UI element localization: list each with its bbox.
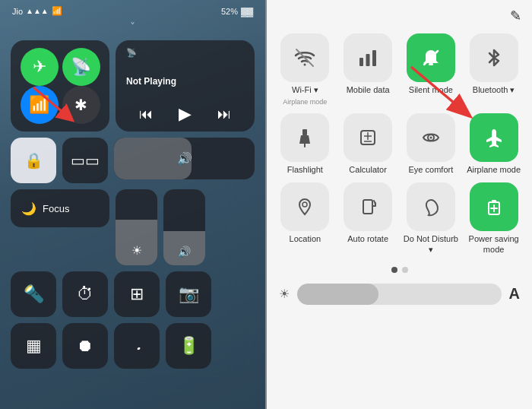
svg-rect-6 xyxy=(372,50,376,66)
location-label: Location xyxy=(290,234,321,244)
play-pause-btn[interactable]: ▶ xyxy=(179,104,192,124)
dnd-tile-icon xyxy=(407,182,455,231)
tile-airplane-mode[interactable]: Airplane mode xyxy=(466,113,521,175)
pull-down-indicator: ˅ xyxy=(0,19,265,36)
brightness-sun-icon: ☀ xyxy=(279,287,290,301)
tile-power-saving[interactable]: Power saving mode xyxy=(466,182,521,254)
left-col: 🌙 Focus xyxy=(11,189,109,265)
auto-rotate-tile-icon xyxy=(344,182,392,231)
dot-2 xyxy=(402,267,408,273)
focus-btn[interactable]: 🌙 Focus xyxy=(11,189,109,227)
svg-point-2 xyxy=(304,64,306,66)
right-top-bar: ✎ xyxy=(267,0,532,27)
tile-mobile-data[interactable]: Mobile data xyxy=(340,33,396,106)
power-saving-tile-icon xyxy=(470,182,518,231)
airplay-icon: 📡 xyxy=(126,48,137,58)
timer-btn[interactable]: ⏱ xyxy=(62,271,108,317)
eye-comfort-tile-icon xyxy=(407,113,455,162)
status-right: 52% ▓▓ xyxy=(221,7,253,16)
mobile-data-label: Mobile data xyxy=(347,85,390,95)
screen-lock-btn[interactable]: 🔒 xyxy=(11,138,56,183)
ios-control-center: Jio ▲▲▲ 📶 52% ▓▓ ˅ xyxy=(0,0,265,409)
cellular-btn[interactable]: 📡 xyxy=(62,48,100,86)
airplane-mode-tile-icon xyxy=(470,113,518,162)
status-left: Jio ▲▲▲ 📶 xyxy=(12,6,62,16)
tile-dnd[interactable]: Do Not Disturb ▾ xyxy=(404,182,459,254)
brightness-slider[interactable]: ☀ xyxy=(116,189,157,265)
mobile-data-tile-icon xyxy=(344,33,392,82)
music-source: 📡 xyxy=(126,48,244,58)
record-btn[interactable]: ⏺ xyxy=(62,323,108,369)
tile-auto-rotate[interactable]: Auto rotate xyxy=(340,182,396,254)
bluetooth-label: Bluetooth ▾ xyxy=(473,85,515,95)
control-center-content: ✈ 📡 📶 ✱ 📡 Not Playing ⏮ xyxy=(0,36,265,373)
svg-rect-18 xyxy=(363,200,372,214)
next-track-btn[interactable]: ⏭ xyxy=(217,106,231,122)
wifi-tile-icon xyxy=(280,33,329,82)
bluetooth-tile-icon xyxy=(470,33,518,82)
shazam-btn[interactable]: 𝅘 xyxy=(114,323,160,369)
brightness-icon: ☀ xyxy=(131,243,142,258)
qr-btn[interactable]: ▦ xyxy=(11,323,56,369)
flashlight-label: Flashlight xyxy=(287,165,323,175)
carrier-text: Jio xyxy=(12,7,23,16)
prev-track-btn[interactable]: ⏮ xyxy=(139,106,153,122)
svg-rect-4 xyxy=(359,58,363,66)
wifi-btn[interactable]: 📶 xyxy=(21,86,59,124)
wifi-sublabel: Airplane mode xyxy=(283,98,327,106)
silent-mode-tile-icon xyxy=(407,33,455,82)
middle-row: 🌙 Focus ☀ 🔊 xyxy=(11,189,255,265)
wifi-label: Wi-Fi ▾ xyxy=(292,85,318,95)
signal-icon: ▲▲▲ xyxy=(26,7,49,15)
tile-eye-comfort[interactable]: Eye comfort xyxy=(404,113,459,175)
tile-calculator[interactable]: Calculator xyxy=(340,113,396,175)
flashlight-tile-icon xyxy=(280,113,329,162)
brightness-track[interactable] xyxy=(297,284,502,305)
page-indicator xyxy=(267,261,532,279)
status-bar: Jio ▲▲▲ 📶 52% ▓▓ xyxy=(0,0,265,19)
text-size-label[interactable]: A xyxy=(509,285,520,303)
auto-rotate-label: Auto rotate xyxy=(347,234,388,244)
svg-rect-7 xyxy=(429,63,433,65)
android-tiles-grid: Wi-Fi ▾ Airplane mode Mobile data xyxy=(267,27,532,261)
tile-bluetooth[interactable]: Bluetooth ▾ xyxy=(466,33,521,106)
volume-vertical-slider[interactable]: 🔊 xyxy=(163,189,205,265)
tile-wifi[interactable]: Wi-Fi ▾ Airplane mode xyxy=(277,33,333,106)
android-control-center: ✎ Wi-Fi ▾ Airplane mode xyxy=(267,0,532,409)
airplane-mode-btn[interactable]: ✈ xyxy=(21,48,59,86)
dnd-label: Do Not Disturb ▾ xyxy=(404,234,459,254)
camera-btn[interactable]: 📷 xyxy=(166,271,211,317)
tile-location[interactable]: Location xyxy=(277,182,333,254)
location-tile-icon xyxy=(280,182,329,231)
music-title: Not Playing xyxy=(126,76,244,87)
moon-icon: 🌙 xyxy=(21,201,36,216)
calculator-label: Calculator xyxy=(349,165,387,175)
brightness-bar: ☀ A xyxy=(267,279,532,309)
focus-label: Focus xyxy=(43,203,69,214)
tile-silent-mode[interactable]: Silent mode xyxy=(404,33,459,106)
tile-flashlight[interactable]: Flashlight xyxy=(277,113,333,175)
silent-mode-label: Silent mode xyxy=(409,85,453,95)
music-controls: ⏮ ▶ ⏭ xyxy=(126,104,244,124)
top-row: ✈ 📡 📶 ✱ 📡 Not Playing ⏮ xyxy=(11,40,255,132)
volume-slider-icon: 🔊 xyxy=(177,151,192,166)
battery-icon: ▓▓ xyxy=(241,7,253,16)
brightness-track-fill xyxy=(297,284,378,305)
bluetooth-btn[interactable]: ✱ xyxy=(62,86,100,124)
svg-point-16 xyxy=(429,137,432,139)
svg-rect-9 xyxy=(302,129,307,135)
bottom-row-2: ▦ ⏺ 𝅘 🔋 xyxy=(11,323,255,369)
calculator-btn[interactable]: ⊞ xyxy=(114,271,160,317)
svg-rect-20 xyxy=(492,200,496,203)
power-saving-label: Power saving mode xyxy=(466,234,521,254)
volume-icon: 🔊 xyxy=(178,246,191,258)
edit-icon[interactable]: ✎ xyxy=(510,8,521,24)
screen-mirror-btn[interactable]: ▭▭ xyxy=(62,138,108,183)
connectivity-block: ✈ 📡 📶 ✱ xyxy=(11,40,109,132)
second-row: 🔒 ▭▭ 🔊 xyxy=(11,138,255,183)
volume-bar[interactable]: 🔊 xyxy=(114,138,255,179)
music-block: 📡 Not Playing ⏮ ▶ ⏭ xyxy=(116,40,255,132)
flashlight-btn[interactable]: 🔦 xyxy=(11,271,56,317)
battery-btn[interactable]: 🔋 xyxy=(166,323,211,369)
eye-comfort-label: Eye comfort xyxy=(409,165,454,175)
